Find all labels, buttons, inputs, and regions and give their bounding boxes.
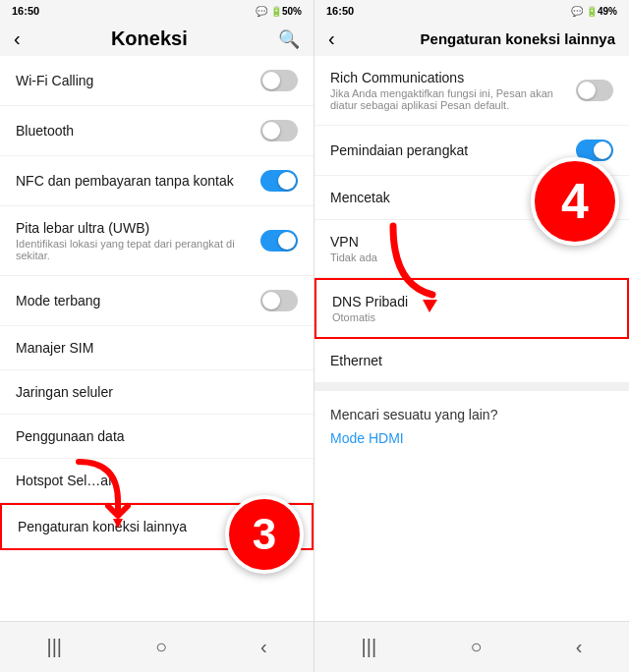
settings-item-airplane[interactable]: Mode terbang (0, 276, 314, 326)
settings-item-uwb[interactable]: Pita lebar ultra (UWB) Identifikasi loka… (0, 206, 314, 276)
right-back-button[interactable]: ‹ (328, 28, 335, 50)
left-arrow-overlay (59, 452, 138, 534)
wifi-calling-toggle[interactable] (260, 70, 298, 91)
right-arrow-overlay (364, 206, 482, 328)
left-nav-recent[interactable]: ||| (30, 632, 78, 662)
left-status-time: 16:50 (12, 5, 39, 17)
left-arrow-svg (59, 452, 138, 531)
left-status-icons: 💬 🔋50% (256, 6, 302, 17)
right-nav-back[interactable]: ‹ (560, 632, 599, 662)
rich-comm-title: Rich Communications (330, 70, 576, 85)
left-back-button[interactable]: ‹ (14, 28, 21, 50)
left-top-bar: ‹ Koneksi 🔍 (0, 22, 314, 56)
airplane-toggle[interactable] (260, 290, 298, 311)
left-badge: 3 (225, 495, 304, 574)
settings-item-nfc[interactable]: NFC dan pembayaran tanpa kontak (0, 156, 314, 206)
left-page-title: Koneksi (111, 28, 188, 50)
right-top-bar: ‹ Pengaturan koneksi lainnya (314, 22, 629, 56)
right-page-title: Pengaturan koneksi lainnya (421, 30, 615, 47)
settings-item-wifi-calling[interactable]: Wi-Fi Calling (0, 56, 314, 106)
nfc-toggle[interactable] (260, 170, 298, 192)
cellular-title: Jaringan seluler (16, 384, 298, 400)
uwb-sub: Identifikasi lokasi yang tepat dari pera… (16, 238, 260, 261)
settings-item-sim[interactable]: Manajer SIM (0, 326, 314, 370)
settings-item-cellular[interactable]: Jaringan seluler (0, 370, 314, 415)
right-status-time: 16:50 (326, 5, 354, 17)
right-settings-list: Rich Communications Jika Anda mengaktifk… (314, 56, 629, 621)
right-nav-home[interactable]: ○ (454, 632, 497, 662)
right-arrow-svg (364, 206, 482, 324)
nfc-title: NFC dan pembayaran tanpa kontak (16, 173, 260, 189)
settings-item-bluetooth[interactable]: Bluetooth (0, 106, 314, 156)
left-bottom-nav: ||| ○ ‹ (0, 621, 314, 672)
settings-item-data-usage[interactable]: Penggunaan data (0, 415, 314, 459)
right-status-icons: 💬 🔋49% (571, 6, 617, 17)
wifi-calling-title: Wi-Fi Calling (16, 73, 260, 88)
right-bottom-nav: ||| ○ ‹ (314, 621, 629, 672)
uwb-toggle[interactable] (260, 230, 298, 252)
rich-comm-sub: Jika Anda mengaktifkan fungsi ini, Pesan… (330, 87, 576, 111)
ethernet-title: Ethernet (330, 353, 613, 368)
battery-icon: 🔋50% (270, 6, 302, 17)
left-nav-home[interactable]: ○ (140, 632, 183, 662)
search-icon[interactable]: 🔍 (278, 28, 300, 50)
settings-item-ethernet[interactable]: Ethernet (314, 339, 629, 383)
right-chat-icon: 💬 (571, 6, 583, 17)
rich-comm-toggle[interactable] (576, 80, 613, 101)
left-top-icons: 🔍 (278, 28, 300, 50)
hdmi-link[interactable]: Mode HDMI (330, 430, 613, 446)
left-nav-back[interactable]: ‹ (245, 632, 283, 662)
right-status-bar: 16:50 💬 🔋49% (314, 0, 629, 22)
looking-for-section: Mencari sesuatu yang lain? Mode HDMI (314, 383, 629, 462)
svg-marker-1 (423, 300, 437, 312)
scan-device-title: Pemindaian perangkat (330, 142, 576, 158)
looking-for-text: Mencari sesuatu yang lain? (330, 407, 613, 422)
chat-icon: 💬 (256, 6, 267, 17)
right-nav-recent[interactable]: ||| (346, 632, 393, 662)
svg-marker-0 (113, 519, 123, 529)
airplane-title: Mode terbang (16, 293, 260, 308)
bluetooth-toggle[interactable] (260, 120, 298, 141)
settings-item-rich-comm[interactable]: Rich Communications Jika Anda mengaktifk… (314, 56, 629, 126)
left-status-bar: 16:50 💬 🔋50% (0, 0, 314, 22)
left-phone-panel: 16:50 💬 🔋50% ‹ Koneksi 🔍 Wi-Fi Calling B… (0, 0, 314, 672)
right-phone-panel: 16:50 💬 🔋49% ‹ Pengaturan koneksi lainny… (314, 0, 629, 672)
right-badge: 4 (531, 157, 619, 246)
bluetooth-title: Bluetooth (16, 123, 260, 139)
sim-title: Manajer SIM (16, 340, 298, 356)
right-battery-icon: 🔋49% (586, 6, 617, 17)
data-usage-title: Penggunaan data (16, 428, 298, 444)
uwb-title: Pita lebar ultra (UWB) (16, 220, 260, 236)
